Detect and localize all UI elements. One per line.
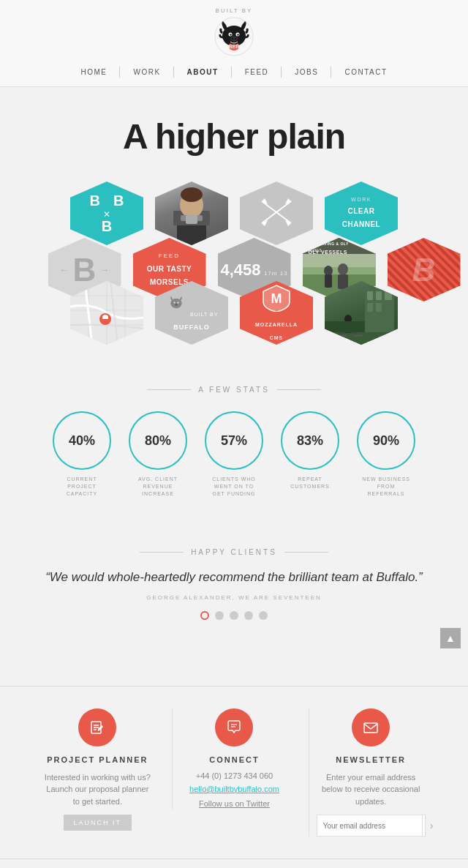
svg-point-43 [173,302,175,303]
testimonial-section: HAPPY CLIENTS “We would whole-heartedly … [0,519,468,635]
connect-title: CONNECT [180,755,289,764]
svg-text:M: M [271,291,282,306]
testimonial-dot-4[interactable] [244,611,253,620]
nav-feed[interactable]: FEED [232,65,282,79]
newsletter-icon-circle [352,708,390,747]
hex-mozzarella[interactable]: M MOZZARELLACMS [236,278,317,348]
stat-ring-40: 40% [53,411,111,470]
hex-map[interactable] [67,278,147,348]
connect-twitter-link[interactable]: Follow us on Twitter [199,799,270,808]
testimonial-dot-3[interactable] [230,611,238,620]
testimonial-dot-2[interactable] [215,611,224,620]
svg-point-6 [230,37,238,42]
svg-rect-15 [186,215,197,224]
connect-email-link[interactable]: hello@builtbybuffalo.com [180,785,289,793]
nav-about[interactable]: ABoUT [174,65,232,79]
svg-rect-58 [338,334,347,337]
built-by-label: BUILT BY [0,7,468,14]
stat-pct-57: 57% [221,433,247,449]
svg-point-13 [181,187,203,202]
edit-icon [89,719,105,736]
stats-divider: A FEW STATS [15,386,453,394]
hexagon-grid: BB ✕ B [0,171,468,356]
stats-divider-line-left [147,389,191,390]
stat-label-80: AVG. CLIENTREVENUEINCREASE [138,476,178,497]
newsletter-title: NEWSLETTER [317,755,426,764]
stats-title: A FEW STATS [198,386,270,394]
connect-icon-circle [215,708,253,747]
svg-rect-52 [376,303,382,312]
nav-jobs[interactable]: JOBS [282,65,331,79]
svg-rect-48 [367,291,373,300]
svg-point-44 [177,302,178,303]
testimonial-quote: “We would whole-heartedly recommend the … [44,568,424,587]
stat-ring-90: 90% [357,411,415,470]
footer-cta: PROJECT PLANNER Interested in working wi… [0,686,468,860]
svg-text:BBB: BBB [228,44,239,49]
stat-label-40: CURRENTPROJECTCAPACITY [67,476,98,497]
footer-col-connect: CONNECT +44 (0) 1273 434 060 hello@built… [172,708,296,809]
happy-divider-right [284,552,328,553]
svg-rect-53 [325,332,398,345]
stat-label-83: REPEATCUSTOMERS [290,476,330,490]
main-nav: HOME WORK ABoUT FEED JOBS CONTACT [0,59,468,86]
scroll-top-button[interactable]: ▲ [440,628,461,648]
stat-pct-90: 90% [373,433,399,449]
stat-90: 90% NEW BUSINESSFROMREFERRALS [357,411,415,497]
stat-ring-83: 83% [281,411,339,470]
svg-rect-49 [376,291,382,300]
stat-pct-40: 40% [69,433,95,449]
skater-photo-image [325,281,398,345]
svg-rect-59 [354,334,363,337]
stat-57: 57% CLIENTS WHOWENT ON TOGET FUNDING [205,411,263,497]
happy-clients-divider: HAPPY CLIENTS [44,548,424,556]
stat-40: 40% CURRENTPROJECTCAPACITY [53,411,111,497]
nav-home[interactable]: HOME [67,65,120,79]
testimonial-author: GEORGE ALEXANDER, WE ARE SEVENTEEN [44,594,424,601]
project-planner-icon-circle [78,708,116,747]
svg-rect-67 [364,723,377,733]
newsletter-email-input[interactable] [317,815,422,836]
stat-83: 83% REPEATCUSTOMERS [281,411,339,497]
testimonial-dot-5[interactable] [259,611,268,620]
stat-pct-83: 83% [297,433,323,449]
nav-work[interactable]: WORK [120,65,173,79]
stats-circles: 40% CURRENTPROJECTCAPACITY 80% AVG. CLIE… [15,411,453,497]
stat-pct-80: 80% [145,433,171,449]
bottom-footer: Copyright © 2006 - 2013 Built by Buffalo… [0,859,468,868]
stat-ring-80: 80% [129,411,187,470]
footer-col-newsletter: NEWSLETTER Enter your email address belo… [309,708,433,837]
stats-section: A FEW STATS 40% CURRENTPROJECTCAPACITY 8… [0,356,468,519]
hex-built-by-buffalo[interactable]: BUILT BY BUFFALO [151,278,232,348]
svg-point-5 [237,34,238,35]
footer-col-planner: PROJECT PLANNER Interested in working wi… [35,708,159,831]
svg-point-45 [175,304,178,306]
svg-rect-60 [325,321,365,332]
newsletter-text: Enter your email address below to receiv… [317,771,426,808]
testimonial-dots [44,611,424,620]
happy-divider-left [140,552,184,553]
planner-title: PROJECT PLANNER [42,755,152,764]
svg-point-7 [232,38,233,40]
map-image [70,281,143,345]
newsletter-submit-button[interactable]: › [422,815,441,836]
mozzarella-shield-icon: M [262,284,291,312]
connect-phone: +44 (0) 1273 434 060 [180,771,289,780]
arrows-icon [254,194,298,231]
testimonial-dot-1[interactable] [200,611,209,620]
envelope-icon [363,719,379,736]
newsletter-input-wrap: › [317,815,426,837]
planner-text: Interested in working with us? Launch ou… [42,771,152,808]
hero-section: A higher plain [0,87,468,171]
svg-point-27 [338,263,348,275]
stat-80: 80% AVG. CLIENTREVENUEINCREASE [129,411,187,497]
launch-it-button[interactable]: LAUNCH IT [64,815,132,831]
nav-contact[interactable]: CONTACT [331,65,400,79]
hex-skater-photo[interactable] [321,278,401,348]
svg-point-8 [235,38,236,40]
logo-icon[interactable]: BBB [214,17,254,56]
stat-ring-57: 57% [205,411,263,470]
happy-clients-title: HAPPY CLIENTS [191,548,277,556]
svg-point-25 [324,266,333,276]
svg-rect-50 [385,291,392,300]
